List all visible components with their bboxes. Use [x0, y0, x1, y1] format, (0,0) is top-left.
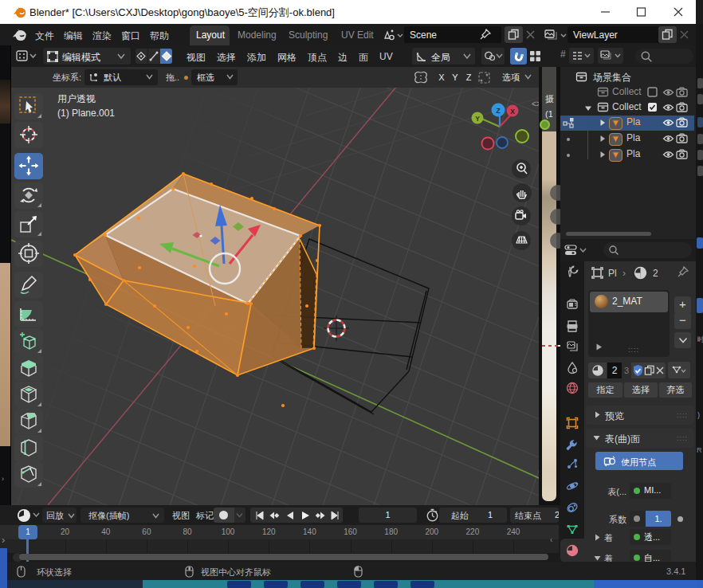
svg-text:X: X — [510, 108, 515, 116]
svg-text:Y: Y — [475, 115, 480, 123]
svg-text:Z: Z — [496, 107, 501, 115]
svg-text:˂˃: ˂˃ — [532, 100, 539, 108]
